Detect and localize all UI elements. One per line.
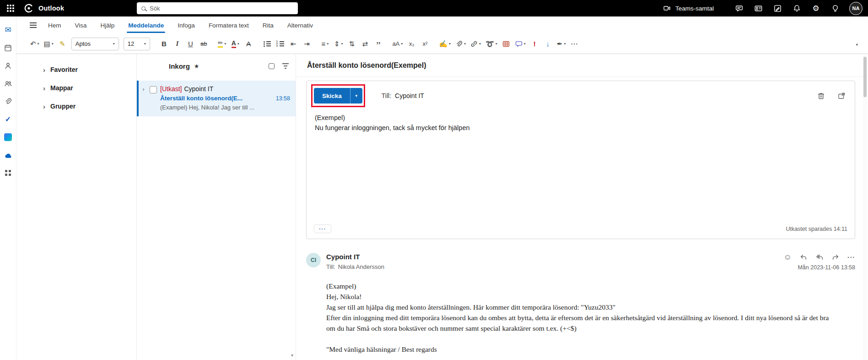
font-color-button[interactable]: A▾ <box>229 37 242 51</box>
paste-button[interactable]: ▤▾ <box>42 37 55 51</box>
undo-button[interactable]: ↶▾ <box>28 37 41 51</box>
italic-button[interactable]: I <box>171 37 183 51</box>
more-commands-button[interactable]: ··· <box>568 37 581 51</box>
brand[interactable]: Outlook <box>24 3 64 13</box>
tab-meddelande[interactable]: Meddelande <box>121 16 171 34</box>
rail-attachments[interactable] <box>0 93 16 110</box>
more-actions-icon[interactable]: ··· <box>847 254 855 261</box>
compose-more-options-button[interactable]: ··· <box>314 224 331 233</box>
forward-icon[interactable] <box>831 254 840 261</box>
rail-calendar[interactable] <box>0 39 16 57</box>
drawing-loop-button[interactable]: ➰▾ <box>484 37 499 51</box>
notifications-button[interactable] <box>789 1 804 16</box>
attach-file-button[interactable]: ▾ <box>453 37 468 51</box>
filter-icon[interactable] <box>284 65 287 66</box>
decrease-indent-button[interactable]: ⇤ <box>287 37 300 51</box>
search-bar[interactable] <box>137 2 298 14</box>
open-in-new-window-icon[interactable] <box>838 92 846 100</box>
settings-button[interactable]: ⚙ <box>808 1 824 16</box>
sort-button[interactable]: ⇅ <box>345 37 358 51</box>
tab-alternativ[interactable]: Alternativ <box>280 16 320 34</box>
clear-formatting-button[interactable]: A <box>243 37 255 51</box>
rail-m365[interactable] <box>0 128 16 146</box>
folder-mappar[interactable]: ›Mappar <box>16 79 136 97</box>
original-recipient-row: Till: Nikola Andersson <box>326 263 384 270</box>
rail-more-apps[interactable] <box>0 164 16 182</box>
mail-item-checkbox[interactable] <box>150 86 157 93</box>
list-scroll-down-icon[interactable]: ▾ <box>291 353 293 358</box>
reply-icon[interactable] <box>799 254 808 261</box>
send-options-button[interactable]: ▾ <box>350 88 362 104</box>
tab-formatera-text[interactable]: Formatera text <box>202 16 256 34</box>
teams-call-button[interactable]: Teams-samtal <box>663 5 714 12</box>
format-painter-button[interactable]: ✎ <box>56 37 69 51</box>
discard-trash-icon[interactable] <box>817 92 825 100</box>
sender-avatar[interactable]: CI <box>306 253 321 267</box>
chevron-down-icon: ▾ <box>224 42 226 46</box>
tab-visa[interactable]: Visa <box>68 16 94 34</box>
rail-people[interactable] <box>0 57 16 75</box>
superscript-button[interactable]: x² <box>419 37 431 51</box>
app-launcher-button[interactable] <box>0 0 21 16</box>
reply-all-icon[interactable] <box>815 254 824 261</box>
tab-hjalp[interactable]: Hjälp <box>94 16 122 34</box>
underline-button[interactable]: U <box>184 37 197 51</box>
scrollbar-thumb[interactable] <box>863 57 867 97</box>
compose-body[interactable]: (Exempel) Nu fungerar inloggningen, tack… <box>307 105 855 222</box>
people-group-icon <box>4 80 12 87</box>
reactions-smiley-icon[interactable]: ☺ <box>784 253 792 262</box>
collapse-ribbon-button[interactable]: ▴ <box>856 42 861 46</box>
change-case-button[interactable]: aA▾ <box>390 37 404 51</box>
more-apps-icon <box>5 170 11 176</box>
text-direction-button[interactable]: ⇄ <box>359 37 371 51</box>
subscript-button[interactable]: x₂ <box>405 37 418 51</box>
tab-hem[interactable]: Hem <box>41 16 68 34</box>
user-avatar[interactable]: NA <box>849 2 863 15</box>
bulleted-list-button[interactable] <box>261 37 273 51</box>
folder-favoriter[interactable]: ›Favoriter <box>16 60 136 79</box>
rail-groups[interactable] <box>0 75 16 93</box>
select-messages-icon[interactable] <box>269 63 275 69</box>
styles-button[interactable]: ✍▾ <box>437 37 453 51</box>
numbered-list-button[interactable] <box>274 37 286 51</box>
bold-button[interactable]: B <box>158 37 170 51</box>
font-name-select[interactable]: Aptos▾ <box>71 38 119 50</box>
tips-button[interactable] <box>827 1 843 16</box>
increase-indent-icon: ⇥ <box>304 40 310 47</box>
high-importance-button[interactable]: ! <box>528 37 541 51</box>
blockquote-button[interactable]: ” <box>372 37 384 51</box>
search-input[interactable] <box>150 5 293 12</box>
rail-mail[interactable]: ✉ <box>0 21 16 39</box>
feedback-button[interactable] <box>770 1 785 16</box>
mail-item-sender-line: [Utkast] Cypoint IT <box>160 85 290 93</box>
strikethrough-icon: ab <box>200 41 207 47</box>
align-button[interactable]: ≡▾ <box>319 37 331 51</box>
low-importance-button[interactable]: ↓ <box>542 37 554 51</box>
send-button[interactable]: Skicka <box>314 88 350 104</box>
chevron-down-icon: ▾ <box>464 42 466 46</box>
rail-todo[interactable]: ✓ <box>0 110 16 128</box>
line-spacing-button[interactable]: ⇕▾ <box>332 37 345 51</box>
strikethrough-button[interactable]: ab <box>198 37 210 51</box>
clear-formatting-icon: A <box>246 40 251 47</box>
insert-link-button[interactable]: ▾ <box>469 37 483 51</box>
signature-button[interactable]: ✒▾ <box>555 37 568 51</box>
tab-infoga[interactable]: Infoga <box>171 16 202 34</box>
expand-conversation-icon[interactable]: › <box>140 85 146 111</box>
to-value[interactable]: Cypoint IT <box>395 92 424 99</box>
insert-table-button[interactable] <box>500 37 512 51</box>
comment-button[interactable]: ▾ <box>513 37 528 51</box>
reading-pane-scrollbar[interactable] <box>863 54 867 360</box>
mail-list-item[interactable]: › [Utkast] Cypoint IT Återställ konto lö… <box>137 81 296 116</box>
increase-indent-button[interactable]: ⇥ <box>301 37 313 51</box>
chevron-down-icon: ▾ <box>237 42 239 46</box>
rail-onedrive[interactable] <box>0 146 16 164</box>
folder-grupper[interactable]: ›Grupper <box>16 97 136 115</box>
chat-button[interactable] <box>731 1 747 16</box>
font-size-select[interactable]: 12▾ <box>124 38 150 50</box>
contact-card-button[interactable] <box>750 1 766 16</box>
settings-gear-icon: ⚙ <box>812 5 819 12</box>
tab-rita[interactable]: Rita <box>256 16 280 34</box>
folder-pane-toggle[interactable] <box>25 16 41 34</box>
text-highlight-button[interactable]: ✏▾ <box>216 37 228 51</box>
